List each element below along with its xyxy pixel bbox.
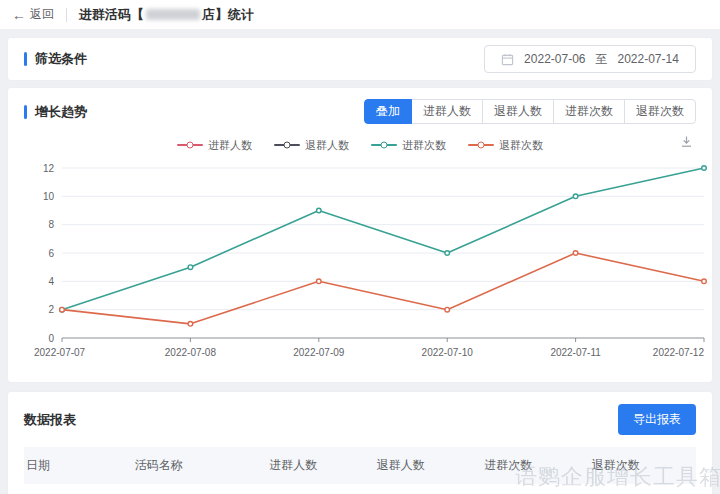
col-header-join-people: 进群人数 — [259, 447, 367, 484]
trend-line-chart: 0246810122022-07-072022-07-082022-07-092… — [24, 158, 712, 370]
legend-item-join-times[interactable]: 进群次数 — [371, 138, 446, 153]
chart-area: 0246810122022-07-072022-07-082022-07-092… — [24, 158, 696, 374]
col-header-leave-people: 退群人数 — [367, 447, 475, 484]
svg-text:4: 4 — [48, 276, 54, 287]
cell-leave-people: 2 — [367, 484, 475, 494]
legend-label: 退群次数 — [499, 138, 543, 153]
mode-button-join-times[interactable]: 进群次数 — [553, 99, 625, 124]
calendar-icon — [501, 53, 514, 66]
cell-join-people: 2 — [259, 484, 367, 494]
svg-text:0: 0 — [48, 333, 54, 344]
svg-text:2022-07-11: 2022-07-11 — [550, 347, 601, 358]
cell-leave-times: 2 — [582, 484, 696, 494]
date-end-value[interactable]: 2022-07-14 — [618, 52, 679, 66]
legend-marker-icon — [371, 141, 397, 149]
date-start-value[interactable]: 2022-07-06 — [524, 52, 585, 66]
legend-marker-icon — [468, 141, 494, 149]
legend-marker-icon — [177, 141, 203, 149]
back-arrow-icon: ← — [12, 8, 26, 22]
report-section-title: 数据报表 — [24, 411, 76, 429]
legend-label: 进群次数 — [402, 138, 446, 153]
col-header-code-name: 活码名称 — [125, 447, 259, 484]
trend-head: 增长趋势 叠加 进群人数 退群人数 进群次数 退群次数 — [24, 99, 696, 124]
svg-text:2: 2 — [48, 304, 54, 315]
mode-button-join-people[interactable]: 进群人数 — [411, 99, 483, 124]
back-label: 返回 — [30, 6, 54, 23]
legend-item-join-people[interactable]: 进群人数 — [177, 138, 252, 153]
filter-section-head: 筛选条件 — [24, 50, 87, 68]
cell-code-name — [125, 484, 259, 494]
series-line-退群次数 — [62, 253, 704, 324]
filter-card: 筛选条件 2022-07-06 至 2022-07-14 — [8, 38, 712, 80]
table-row: 2022-07-07 2 2 2 2 — [24, 484, 696, 494]
legend-item-leave-people[interactable]: 退群人数 — [274, 138, 349, 153]
col-header-join-times: 进群次数 — [474, 447, 582, 484]
trend-card: 增长趋势 叠加 进群人数 退群人数 进群次数 退群次数 进群人数 退群人数 进群… — [8, 88, 712, 382]
back-button[interactable]: ← 返回 — [12, 6, 54, 23]
svg-text:2022-07-09: 2022-07-09 — [293, 347, 345, 358]
date-range-picker[interactable]: 2022-07-06 至 2022-07-14 — [484, 45, 696, 73]
filter-section-title: 筛选条件 — [35, 50, 87, 68]
page-title: 进群活码【 店】统计 — [79, 6, 254, 24]
svg-text:2022-07-12: 2022-07-12 — [653, 347, 705, 358]
cell-date: 2022-07-07 — [24, 484, 125, 494]
legend-label: 进群人数 — [208, 138, 252, 153]
report-table: 日期 活码名称 进群人数 退群人数 进群次数 退群次数 2022-07-07 2… — [24, 447, 696, 494]
trend-mode-button-group: 叠加 进群人数 退群人数 进群次数 退群次数 — [364, 99, 696, 124]
download-icon — [679, 134, 694, 149]
date-separator: 至 — [596, 51, 608, 68]
section-accent-bar — [24, 105, 27, 119]
redacted-shop-name — [146, 9, 200, 20]
legend-item-leave-times[interactable]: 退群次数 — [468, 138, 543, 153]
svg-text:10: 10 — [43, 191, 55, 202]
topbar: ← 返回 进群活码【 店】统计 — [0, 0, 720, 30]
col-header-leave-times: 退群次数 — [582, 447, 696, 484]
col-header-date: 日期 — [24, 447, 125, 484]
series-line-进群次数 — [62, 168, 704, 310]
table-header-row: 日期 活码名称 进群人数 退群人数 进群次数 退群次数 — [24, 447, 696, 484]
cell-join-times: 2 — [474, 484, 582, 494]
mode-button-leave-people[interactable]: 退群人数 — [482, 99, 554, 124]
download-chart-button[interactable] — [679, 134, 694, 153]
legend-marker-icon — [274, 141, 300, 149]
report-head: 数据报表 导出报表 — [24, 404, 696, 435]
svg-text:2022-07-10: 2022-07-10 — [422, 347, 474, 358]
chart-legend: 进群人数 退群人数 进群次数 退群次数 — [24, 136, 696, 154]
svg-text:12: 12 — [43, 163, 55, 174]
page-title-suffix: 店】统计 — [202, 6, 254, 24]
svg-text:2022-07-07: 2022-07-07 — [34, 347, 86, 358]
trend-section-title: 增长趋势 — [35, 103, 87, 121]
svg-text:6: 6 — [48, 248, 54, 259]
svg-text:8: 8 — [48, 219, 54, 230]
svg-text:2022-07-08: 2022-07-08 — [165, 347, 217, 358]
section-accent-bar — [24, 52, 27, 66]
legend-label: 退群人数 — [305, 138, 349, 153]
mode-button-leave-times[interactable]: 退群次数 — [624, 99, 696, 124]
mode-button-overlay[interactable]: 叠加 — [364, 99, 412, 124]
page-title-prefix: 进群活码【 — [79, 6, 144, 24]
export-report-button[interactable]: 导出报表 — [618, 404, 696, 435]
report-card: 数据报表 导出报表 日期 活码名称 进群人数 退群人数 进群次数 退群次数 20… — [8, 392, 712, 494]
topbar-divider — [66, 8, 67, 22]
